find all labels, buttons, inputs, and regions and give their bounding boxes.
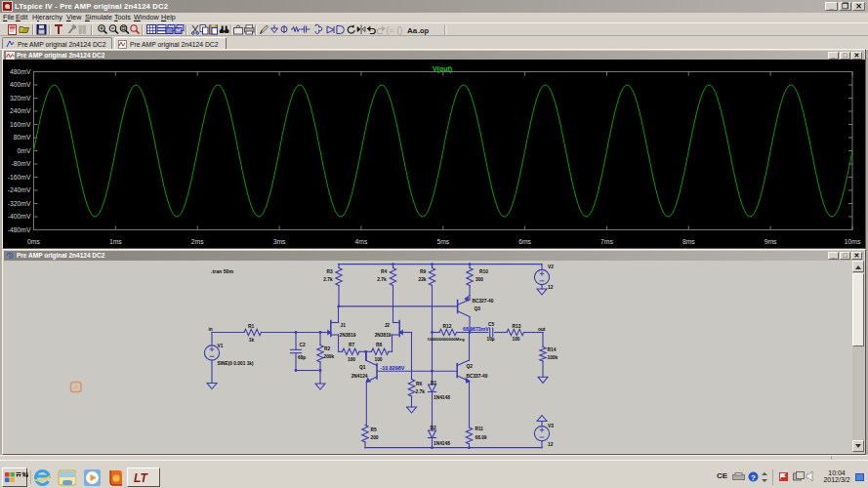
svg-text:68.09: 68.09 xyxy=(475,435,487,440)
svg-text:.tran 50m: .tran 50m xyxy=(211,268,233,274)
svg-text:3ms: 3ms xyxy=(273,238,286,245)
svg-text:R10: R10 xyxy=(479,269,488,274)
svg-text:22k: 22k xyxy=(418,277,426,282)
svg-text:R4: R4 xyxy=(381,269,387,274)
svg-text:R11: R11 xyxy=(475,427,484,431)
svg-text:(): () xyxy=(396,25,402,35)
svg-text:80mV: 80mV xyxy=(14,134,31,141)
svg-text:R5: R5 xyxy=(371,427,377,432)
svg-text:Q2: Q2 xyxy=(467,364,474,369)
svg-text:2N4124: 2N4124 xyxy=(351,374,368,379)
svg-text:100k: 100k xyxy=(548,355,558,360)
svg-text:Aa: Aa xyxy=(407,26,418,35)
svg-text:4ms: 4ms xyxy=(354,238,367,245)
svg-text:1N4148: 1N4148 xyxy=(434,395,450,400)
svg-text:10µ: 10µ xyxy=(487,337,495,342)
svg-text:68p: 68p xyxy=(298,355,306,360)
svg-text:-160mV: -160mV xyxy=(8,174,31,181)
svg-text:100: 100 xyxy=(513,337,520,342)
svg-text:320mV: 320mV xyxy=(10,95,31,102)
svg-text:200k: 200k xyxy=(324,354,335,359)
svg-text:2.7k: 2.7k xyxy=(416,389,426,394)
svg-text:in: in xyxy=(209,327,213,332)
svg-text:100: 100 xyxy=(374,357,382,362)
svg-text:2N3819: 2N3819 xyxy=(375,333,392,338)
svg-text:2N3819: 2N3819 xyxy=(340,333,356,338)
svg-text:100: 100 xyxy=(348,357,355,362)
svg-text:240mV: 240mV xyxy=(10,107,31,114)
svg-text:-240mV: -240mV xyxy=(8,186,31,193)
svg-text:0ms: 0ms xyxy=(27,238,40,245)
svg-text:-320mV: -320mV xyxy=(8,200,31,207)
svg-text:V2: V2 xyxy=(548,264,554,269)
svg-text:(=: (= xyxy=(387,25,394,35)
svg-text:C5: C5 xyxy=(488,322,494,327)
svg-text:5ms: 5ms xyxy=(436,238,449,245)
svg-text:68.9673mV: 68.9673mV xyxy=(463,326,489,332)
svg-text:out: out xyxy=(538,327,546,332)
svg-text:12: 12 xyxy=(548,285,554,290)
svg-text:R3: R3 xyxy=(326,269,332,274)
svg-text:BC327-40: BC327-40 xyxy=(473,299,494,304)
svg-text:Q1: Q1 xyxy=(359,365,366,370)
svg-text:?: ? xyxy=(751,473,756,482)
svg-text:R14: R14 xyxy=(548,347,557,352)
svg-text:1N4148: 1N4148 xyxy=(434,441,450,446)
svg-text:BC337-40: BC337-40 xyxy=(467,374,488,379)
svg-text:R9: R9 xyxy=(420,269,426,274)
svg-text:V3: V3 xyxy=(548,424,554,428)
svg-text:SINE(0 0.001 1k): SINE(0 0.001 1k) xyxy=(218,361,254,366)
svg-text:400mV: 400mV xyxy=(10,81,31,88)
svg-text:J2: J2 xyxy=(385,323,391,328)
svg-text:300: 300 xyxy=(475,277,483,282)
svg-text:160mV: 160mV xyxy=(10,121,31,128)
svg-text:2ms: 2ms xyxy=(191,238,204,245)
svg-text:10ms: 10ms xyxy=(845,238,861,245)
svg-text:R1: R1 xyxy=(248,324,254,329)
svg-text:8ms: 8ms xyxy=(682,238,695,245)
svg-text:6ms: 6ms xyxy=(518,238,531,245)
svg-text:480mV: 480mV xyxy=(10,68,31,75)
svg-text:1k: 1k xyxy=(249,338,255,343)
svg-text:C2: C2 xyxy=(300,343,306,347)
svg-text:R6: R6 xyxy=(416,382,422,386)
svg-text:R8: R8 xyxy=(376,343,382,347)
svg-text:2.7k: 2.7k xyxy=(377,277,387,282)
svg-text:Q3: Q3 xyxy=(475,306,481,311)
svg-text:.op: .op xyxy=(418,26,430,35)
svg-text:D1: D1 xyxy=(431,381,436,386)
svg-text:J1: J1 xyxy=(341,323,347,328)
svg-text:-400mV: -400mV xyxy=(8,213,31,220)
svg-text:100000000000Meg: 100000000000Meg xyxy=(428,337,465,342)
svg-text:2.7k: 2.7k xyxy=(323,277,333,282)
svg-text:V1: V1 xyxy=(218,344,224,348)
svg-text:7ms: 7ms xyxy=(600,238,613,245)
svg-text:-10.8298V: -10.8298V xyxy=(381,365,405,371)
svg-text:0mV: 0mV xyxy=(18,147,31,154)
svg-text:R13: R13 xyxy=(513,324,521,329)
svg-text:-80mV: -80mV xyxy=(11,160,30,167)
svg-text:R2: R2 xyxy=(324,346,330,351)
svg-text:R12: R12 xyxy=(443,324,452,329)
svg-text:9ms: 9ms xyxy=(765,238,777,245)
svg-text:R7: R7 xyxy=(349,343,354,347)
svg-text:1ms: 1ms xyxy=(109,238,122,245)
svg-text:D2: D2 xyxy=(431,426,436,430)
svg-text:200: 200 xyxy=(371,435,379,440)
svg-text:LT: LT xyxy=(134,471,148,485)
svg-text:12: 12 xyxy=(548,442,554,447)
svg-text:-480mV: -480mV xyxy=(8,226,31,233)
